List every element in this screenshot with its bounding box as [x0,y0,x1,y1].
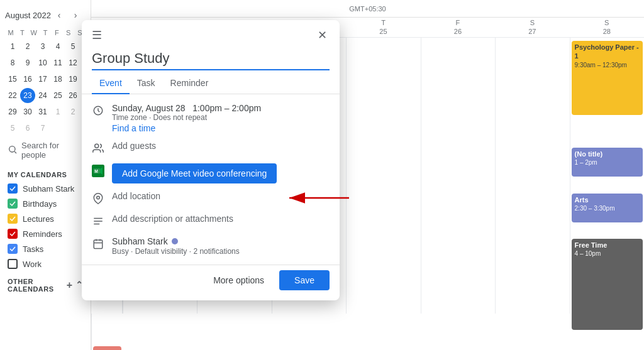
tab-event[interactable]: Event [92,73,130,94]
mini-cal-day[interactable]: 8 [5,55,20,70]
find-time-link[interactable]: Find a time [112,123,330,133]
prev-month-button[interactable]: ‹ [52,8,67,23]
mini-cal-day[interactable]: 15 [5,72,20,87]
svg-rect-13 [94,240,103,249]
add-google-meet-button[interactable]: Add Google Meet video conferencing [112,163,277,183]
people-icon [92,142,104,155]
next-month-button[interactable]: › [68,8,83,23]
week-col-header-thu: T25 [346,18,420,38]
calendar-item-work[interactable]: Work [0,256,91,271]
dialog-footer: More options Save [82,265,340,290]
mini-cal-day[interactable]: 2 [65,104,80,119]
mini-cal-day[interactable]: 22 [5,88,20,103]
other-cals-actions: + ⌃ [67,280,83,291]
add-description-text[interactable]: Add description or attachments [112,214,233,224]
event-psychology-paper[interactable]: Psychology Paper - 1 9:30am – 12:30pm [572,41,643,115]
event-time: 1 – 2pm [575,158,640,167]
calendar-label-lectures: Lectures [23,214,54,224]
dialog-top-bar: ☰ ✕ [82,20,340,45]
mini-cal-day[interactable]: 1 [5,39,20,54]
dialog-close-button[interactable]: ✕ [312,25,332,45]
search-people-icon [8,145,18,156]
calendar-checkbox-personal [8,183,18,194]
svg-point-9 [97,196,100,199]
week-col-sat[interactable] [495,38,569,314]
mini-cal-day[interactable]: 16 [20,72,35,87]
calendar-owner-name: Subham Stark [112,236,330,246]
calendar-checkbox-birthdays [8,199,18,209]
mini-cal-day[interactable]: 1 [50,104,65,119]
description-icon [92,215,104,227]
calendar-label-work: Work [23,260,42,269]
calendar-checkbox-work [8,259,18,269]
add-guests-input[interactable]: Add guests [112,141,156,151]
calendar-status-text: Busy · Default visibility · 2 notificati… [112,247,330,256]
calendar-item-personal[interactable]: Subham Stark [0,181,91,196]
sidebar: August 2022 ‹ › M T W T F S S 1 2 3 4 [0,0,91,350]
event-title: Psychology Paper - 1 [575,43,640,61]
calendar-owner-content: Subham Stark Busy · Default visibility ·… [112,236,330,256]
add-guests-row[interactable]: Add guests [82,137,340,160]
mini-cal-day[interactable]: 5 [5,121,20,136]
add-other-calendar-icon[interactable]: + [67,280,73,291]
mini-cal-day[interactable]: 25 [50,88,65,103]
save-button[interactable]: Save [279,270,330,290]
hamburger-icon[interactable]: ☰ [92,28,102,42]
mini-cal-today[interactable]: 23 [20,88,35,103]
mini-cal-day[interactable]: 17 [35,72,50,87]
week-col-header-sun: S28 [570,18,644,38]
mini-cal-day[interactable]: 7 [35,121,50,136]
mini-cal-day[interactable]: 31 [35,104,50,119]
add-location-text[interactable]: Add location [112,191,160,201]
mini-cal-day[interactable]: 9 [20,55,35,70]
week-col-thu[interactable] [346,38,420,314]
event-free-time-4[interactable]: Free Time 4 – 10pm [572,239,643,330]
my-calendars-section: My calendars Subham Stark Birthdays Lect… [0,165,91,274]
event-date: Sunday, August 28 [112,103,186,113]
mini-cal-day[interactable]: 30 [20,104,35,119]
add-location-row[interactable]: Add location [82,187,340,210]
calendar-label-birthdays: Birthdays [23,199,57,209]
mini-cal-day[interactable]: 18 [50,72,65,87]
more-options-button[interactable]: More options [203,270,274,290]
calendar-item-birthdays[interactable]: Birthdays [0,196,91,211]
week-col-extra[interactable]: Statistics 10am – 12pm Psychology 12:30 … [91,314,123,351]
mini-cal-day[interactable]: 5 [65,39,80,54]
mini-cal-day[interactable]: 29 [5,104,20,119]
mini-cal-day[interactable]: 19 [65,72,80,87]
other-calendars-label: Other calendars [8,278,67,293]
event-type-tabs: Event Task Reminder [82,73,340,94]
calendar-item-tasks[interactable]: Tasks [0,241,91,256]
search-people-label: Search for people [21,141,83,160]
add-description-row[interactable]: Add description or attachments [82,210,340,232]
svg-text:M: M [94,169,98,173]
sidebar-header: August 2022 ‹ › [0,5,91,25]
mini-cal-day[interactable]: 11 [50,55,65,70]
mini-cal-day[interactable]: 10 [35,55,50,70]
week-col-sun[interactable]: Psychology Paper - 1 9:30am – 12:30pm (N… [570,38,644,314]
date-time-text[interactable]: Sunday, August 28 1:00pm – 2:00pm [112,103,330,113]
mini-cal-day[interactable]: 24 [35,88,50,103]
calendar-item-reminders[interactable]: Reminders [0,226,91,241]
mini-cal-day[interactable]: 26 [65,88,80,103]
search-people-area[interactable]: Search for people [0,136,91,165]
tab-reminder[interactable]: Reminder [163,73,216,94]
event-time: 2:30 – 3:30pm [575,204,640,212]
calendar-checkbox-reminders [8,229,18,239]
mini-calendar: M T W T F S S 1 2 3 4 5 6 7 8 9 10 [0,28,91,136]
mini-cal-day[interactable]: 4 [50,39,65,54]
week-col-fri[interactable] [421,38,495,314]
mini-cal-grid: 1 2 3 4 5 6 7 8 9 10 11 12 13 14 15 16 1… [5,39,86,136]
mini-cal-day[interactable]: 3 [35,39,50,54]
mini-cal-day[interactable]: 2 [20,39,35,54]
event-title-input[interactable] [92,48,330,70]
event-arts-230[interactable]: Arts 2:30 – 3:30pm [572,194,643,222]
event-no-title[interactable]: (No title) 1 – 2pm [572,148,643,177]
timezone-bar: GMT+05:30 [91,0,644,18]
calendar-item-lectures[interactable]: Lectures [0,211,91,226]
event-statistics[interactable]: Statistics 10am – 12pm [93,346,121,351]
mini-cal-day[interactable]: 12 [65,55,80,70]
tab-task[interactable]: Task [130,73,163,94]
calendar-label-reminders: Reminders [23,229,62,239]
mini-cal-day[interactable]: 6 [20,121,35,136]
